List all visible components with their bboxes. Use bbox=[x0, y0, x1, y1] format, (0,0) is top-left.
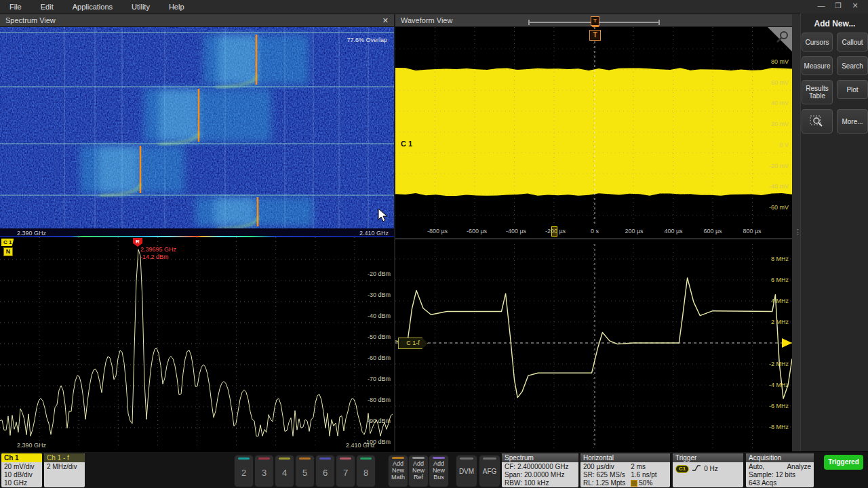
ch1f-setting: 2 MHz/div bbox=[47, 463, 82, 471]
afg-button[interactable]: AFG bbox=[479, 455, 500, 487]
channel-1f-tag[interactable]: C 1-f bbox=[398, 338, 428, 349]
span-start-label: 2.390 GHz bbox=[17, 442, 46, 449]
trigger-flag[interactable]: T bbox=[589, 30, 601, 41]
time-axis: -800 µs-600 µs-400 µs-200 µs0 s200 µs400… bbox=[395, 224, 792, 239]
mhz-axis-label: -8 MHz bbox=[769, 424, 789, 430]
channel-7-button[interactable]: 7 bbox=[336, 455, 355, 487]
time-axis-label: 400 µs bbox=[664, 228, 682, 235]
channel-color-stripe bbox=[299, 458, 311, 460]
expansion-point-icon[interactable] bbox=[551, 226, 557, 237]
spectrum-badge[interactable]: SpectrumCF: 2.40000000 GHzSpan: 20.0000 … bbox=[502, 453, 578, 487]
channel-color-stripe bbox=[258, 458, 270, 460]
menu-bar: FileEditApplicationsUtilityHelp — ❐ ✕ bbox=[0, 0, 868, 14]
mv-axis-label: 40 mV bbox=[771, 100, 789, 106]
spectrogram[interactable]: 77.6% Overlap bbox=[0, 27, 394, 228]
horizontal-badge[interactable]: Horizontal200 µs/divSR: 625 MS/sRL: 1.25… bbox=[580, 453, 670, 487]
menu-help[interactable]: Help bbox=[159, 1, 194, 11]
add-new-bus-button[interactable]: AddNewBus bbox=[429, 455, 449, 487]
trace-mode-badge[interactable]: N bbox=[3, 247, 13, 256]
spectrum-view-close-icon[interactable]: ✕ bbox=[382, 14, 389, 26]
dbm-axis-label: -20 dBm bbox=[368, 270, 391, 277]
triggered-status-button[interactable]: Triggered bbox=[824, 455, 863, 470]
close-icon[interactable]: ✕ bbox=[848, 1, 863, 10]
mhz-axis-label: 4 MHz bbox=[771, 298, 789, 304]
zoom-select-button[interactable] bbox=[802, 109, 833, 134]
mhz-axis-label: -6 MHz bbox=[769, 403, 789, 409]
time-axis-label: -600 µs bbox=[467, 228, 487, 235]
ruler-trigger-marker[interactable]: T bbox=[591, 16, 599, 26]
time-axis-label: -800 µs bbox=[427, 228, 448, 235]
channel-4-button[interactable]: 4 bbox=[275, 455, 294, 487]
trigger-level-arrow bbox=[782, 338, 792, 348]
ch1-badge[interactable]: Ch 120 mV/div10 dB/div10 GHz bbox=[1, 453, 42, 487]
acq-count: 643 Acqs bbox=[749, 479, 811, 487]
channel-5-button[interactable]: 5 bbox=[295, 455, 315, 487]
channel-2-button[interactable]: 2 bbox=[234, 455, 254, 487]
mv-axis-label: 60 mV bbox=[771, 79, 789, 86]
ch1f-badge[interactable]: Ch 1 - f2 MHz/div bbox=[44, 453, 85, 487]
restore-icon[interactable]: ❐ bbox=[831, 1, 846, 10]
add-callout-button[interactable]: Callout bbox=[837, 33, 868, 52]
time-axis-label: 800 µs bbox=[743, 228, 761, 235]
zoom-corner-icon[interactable] bbox=[768, 27, 792, 52]
dvm-button[interactable]: DVM bbox=[456, 455, 477, 487]
spectrum-plot[interactable]: C 1 N R 2.39695 GHz -14.2 dBm -20 dBm-30… bbox=[0, 237, 394, 448]
acq-mode: Auto, bbox=[749, 463, 764, 471]
channel-color-stripe bbox=[238, 458, 250, 460]
channel-color-stripe bbox=[340, 458, 351, 460]
spectrum-setting: RBW: 100 kHz bbox=[505, 479, 576, 487]
spectrum-setting: CF: 2.40000000 GHz bbox=[505, 463, 576, 471]
zoom-select-icon bbox=[809, 114, 825, 129]
waveform-plot[interactable]: C 1 80 mV60 mV40 mV20 mV0 V-20 mV-40 mV-… bbox=[395, 27, 792, 224]
menu-utility[interactable]: Utility bbox=[122, 1, 159, 11]
add-new-math-button[interactable]: AddNewMath bbox=[388, 455, 408, 487]
trigger-value: 0 Hz bbox=[704, 465, 718, 472]
horizontal-setting: RL: 1.25 Mpts bbox=[583, 479, 625, 487]
ch1-setting: 10 dB/div bbox=[4, 471, 39, 479]
mv-axis-label: 0 V bbox=[779, 142, 789, 148]
channel-6-button[interactable]: 6 bbox=[315, 455, 335, 487]
mhz-axis-label: 8 MHz bbox=[771, 256, 789, 262]
acquisition-badge-title: Acquisition bbox=[746, 453, 814, 462]
more-button[interactable]: More... bbox=[837, 109, 868, 134]
channel-8-button[interactable]: 8 bbox=[356, 455, 376, 487]
dbm-axis-label: -30 dBm bbox=[368, 291, 391, 298]
channel-tag[interactable]: C 1 bbox=[1, 239, 14, 246]
dbm-axis-label: -90 dBm bbox=[368, 418, 391, 424]
channel-3-button[interactable]: 3 bbox=[254, 455, 274, 487]
ch1-setting: 10 GHz bbox=[4, 479, 39, 487]
horizontal-setting: 1.6 ns/pt bbox=[631, 471, 656, 479]
add-measure-button[interactable]: Measure bbox=[802, 56, 833, 75]
spectrum-view-titlebar[interactable]: Spectrum View ✕ bbox=[0, 14, 394, 26]
channel-color-stripe bbox=[360, 458, 372, 460]
span-stop-label: 2.410 GHz bbox=[346, 442, 375, 449]
add-plot-button[interactable]: Plot bbox=[837, 80, 868, 99]
marker-frequency: 2.39695 GHz bbox=[140, 246, 176, 253]
frequency-vs-time-plot[interactable]: C 1-f 8 MHz6 MHz4 MHz2 MHz-2 MHz-4 MHz-6… bbox=[395, 244, 792, 448]
waveform-view-title: Waveform View bbox=[401, 16, 452, 24]
horizontal-setting: SR: 625 MS/s bbox=[583, 471, 625, 479]
window-controls: — ❐ ✕ bbox=[814, 1, 863, 10]
add-results-table-button[interactable]: Results Table bbox=[802, 80, 833, 104]
menu-edit[interactable]: Edit bbox=[31, 1, 63, 11]
pane-divider[interactable]: ⋮ bbox=[792, 14, 800, 451]
spectrum-setting: Span: 20.0000 MHz bbox=[505, 471, 576, 479]
mv-axis-label: -20 mV bbox=[769, 163, 789, 169]
mhz-axis-label: 2 MHz bbox=[771, 319, 789, 325]
time-axis-label: -400 µs bbox=[506, 228, 526, 235]
spectrum-badge-title: Spectrum bbox=[502, 453, 578, 462]
menu-file[interactable]: File bbox=[0, 1, 31, 11]
waveform-view-titlebar[interactable]: Waveform View T bbox=[395, 14, 792, 26]
minimize-icon[interactable]: — bbox=[814, 1, 829, 9]
ch1-badge-title: Ch 1 bbox=[1, 453, 42, 462]
add-cursors-button[interactable]: Cursors bbox=[802, 33, 833, 52]
add-search-button[interactable]: Search bbox=[837, 56, 868, 75]
horizontal-setting: 50% bbox=[631, 479, 656, 487]
trigger-badge[interactable]: TriggerC10 Hz bbox=[673, 453, 743, 487]
bottom-bar: Ch 120 mV/div10 dB/div10 GHzCh 1 - f2 MH… bbox=[0, 451, 868, 488]
add-new-ref-button[interactable]: AddNewRef bbox=[408, 455, 429, 487]
acquisition-badge[interactable]: AcquisitionAuto,AnalyzeSample: 12 bits64… bbox=[746, 453, 814, 487]
dbm-axis-label: -40 dBm bbox=[368, 312, 391, 319]
menu-applications[interactable]: Applications bbox=[63, 1, 122, 11]
mv-axis-label: -60 mV bbox=[769, 204, 789, 211]
